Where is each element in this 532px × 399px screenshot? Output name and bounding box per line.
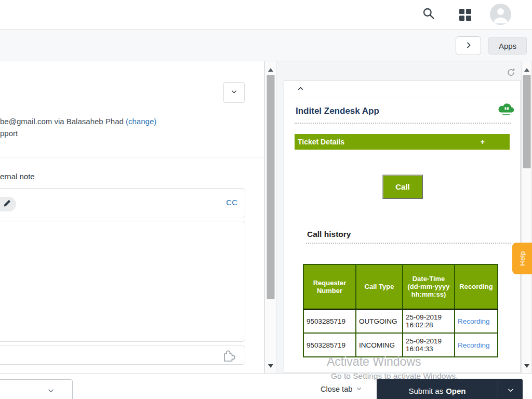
comment-textarea[interactable] xyxy=(0,221,245,342)
chevron-down-icon xyxy=(356,385,362,393)
cell-recording: Recording xyxy=(455,309,498,333)
close-tab-label: Close tab xyxy=(321,385,352,393)
chevron-down-icon xyxy=(231,88,237,97)
submit-as-open-button[interactable]: Submit as Open xyxy=(377,379,498,399)
call-button[interactable]: Call xyxy=(382,175,423,199)
apps-sidebar-region: Inditel Zendesk App Ticket Details + Cal… xyxy=(276,61,521,373)
help-tab-label: Help xyxy=(518,251,526,266)
change-link[interactable]: (change) xyxy=(126,117,156,126)
ticket-details-label: Ticket Details xyxy=(298,138,344,146)
chevron-right-icon xyxy=(464,41,473,51)
submit-label: Submit as xyxy=(408,387,443,395)
expand-plus-icon[interactable]: + xyxy=(481,134,485,150)
dotted-divider xyxy=(295,123,511,124)
top-navigation-bar xyxy=(0,0,532,30)
collapse-apps-button[interactable] xyxy=(456,36,481,55)
col-requester-number: Requester Number xyxy=(303,264,356,309)
ticket-toolbar: Apps xyxy=(0,30,532,61)
composer-footer xyxy=(0,345,245,365)
left-panel-scrollbar[interactable] xyxy=(264,61,276,373)
cell-number: 9503285719 xyxy=(303,333,356,357)
ticket-details-accordion[interactable]: Ticket Details + xyxy=(295,134,510,150)
table-row: 9503285719 INCOMING 25-09-2019 16:04:33 … xyxy=(303,333,498,357)
cell-number: 9503285719 xyxy=(303,309,356,333)
col-recording: Recording xyxy=(455,264,498,309)
cell-datetime: 25-09-2019 16:02:28 xyxy=(403,309,455,333)
scrollbar-thumb[interactable] xyxy=(267,75,274,299)
via-channel-text: pport xyxy=(0,127,18,139)
refresh-apps-button[interactable] xyxy=(506,68,516,78)
search-icon xyxy=(422,14,435,22)
scroll-down-arrow-icon[interactable] xyxy=(524,364,529,368)
product-tray-button[interactable] xyxy=(459,8,473,21)
col-call-type: Call Type xyxy=(356,264,403,309)
reply-options-dropdown[interactable] xyxy=(223,82,245,103)
pencil-icon xyxy=(3,198,12,210)
internal-note-tab[interactable]: ernal note xyxy=(0,172,35,181)
call-history-table: Requester Number Call Type Date-Time (dd… xyxy=(303,264,498,357)
chevron-down-icon xyxy=(507,387,514,395)
cell-recording: Recording xyxy=(455,333,498,357)
call-history-heading: Call history xyxy=(307,230,351,239)
cell-datetime: 25-09-2019 16:04:33 xyxy=(403,333,455,357)
refresh-icon xyxy=(506,71,516,79)
scroll-up-arrow-icon[interactable] xyxy=(268,68,273,72)
submit-status-label: Open xyxy=(446,387,466,395)
cell-type: INCOMING xyxy=(356,333,403,357)
cc-link[interactable]: CC xyxy=(226,198,237,207)
chevron-up-icon xyxy=(297,86,304,94)
zendesk-agent-workspace: Apps be@gmail.com via Balasaheb Phad (ch… xyxy=(0,0,532,399)
table-header-row: Requester Number Call Type Date-Time (dd… xyxy=(303,264,498,309)
grid-icon xyxy=(459,9,473,21)
requester-email-text: be@gmail.com via Balasaheb Phad xyxy=(0,117,126,126)
card-divider xyxy=(284,98,520,98)
recording-link[interactable]: Recording xyxy=(458,341,490,349)
cloud-logo-icon xyxy=(497,102,515,118)
ticket-conversation-panel: be@gmail.com via Balasaheb Phad (change)… xyxy=(0,61,264,373)
chevron-down-icon xyxy=(47,387,55,396)
submit-options-caret[interactable] xyxy=(498,379,523,399)
apps-panel-scrollbar[interactable] xyxy=(521,61,532,373)
scroll-down-arrow-icon[interactable] xyxy=(268,364,273,368)
apps-button[interactable]: Apps xyxy=(488,37,527,55)
compose-mode-pill[interactable] xyxy=(0,197,16,211)
requester-email-line: be@gmail.com via Balasaheb Phad (change) xyxy=(0,115,249,127)
close-tab-button[interactable]: Close tab xyxy=(321,385,362,393)
scrollbar-thumb[interactable] xyxy=(523,75,530,168)
composer-toolbar: CC xyxy=(0,188,245,218)
user-avatar[interactable] xyxy=(490,4,511,25)
ticket-footer-bar: Close tab Submit as Open xyxy=(0,373,532,399)
recording-link[interactable]: Recording xyxy=(458,317,490,325)
inditel-app-card: Inditel Zendesk App Ticket Details + Cal… xyxy=(284,81,521,373)
scroll-up-arrow-icon[interactable] xyxy=(524,68,529,72)
collapse-app-button[interactable] xyxy=(295,84,306,95)
app-title: Inditel Zendesk App xyxy=(296,106,379,116)
search-button[interactable] xyxy=(421,7,436,21)
col-date-time: Date-Time (dd-mm-yyyy hh:mm:ss) xyxy=(403,264,455,309)
help-tab[interactable]: Help xyxy=(512,243,532,274)
section-divider xyxy=(0,157,264,157)
cell-type: OUTGOING xyxy=(356,309,403,333)
person-icon xyxy=(490,18,511,25)
macro-select[interactable] xyxy=(0,379,73,399)
dotted-divider xyxy=(306,243,511,244)
apps-puzzle-icon[interactable] xyxy=(222,348,236,363)
submit-split-button: Submit as Open xyxy=(377,379,523,399)
table-row: 9503285719 OUTGOING 25-09-2019 16:02:28 … xyxy=(303,309,498,333)
